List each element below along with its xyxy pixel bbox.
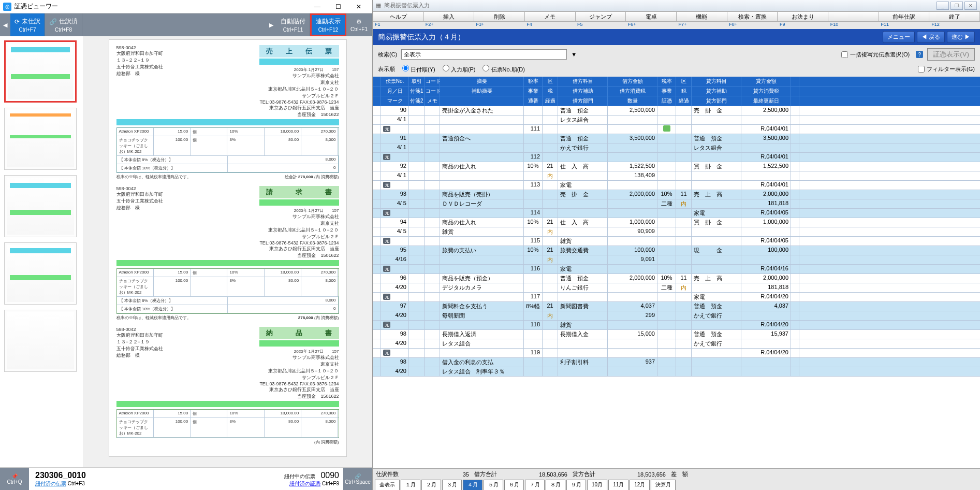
order-input-radio[interactable]: 入力順(P) — [443, 65, 476, 74]
maximize-button[interactable]: ☐ — [328, 1, 348, 13]
month-tab[interactable]: ２月 — [421, 480, 441, 490]
help-icon[interactable]: ? — [916, 51, 923, 58]
table-row[interactable]: 元116家電R.04/04/16 — [373, 265, 980, 274]
table-row[interactable]: 元118雑貨R.04/04/20 — [373, 321, 980, 330]
menu-5[interactable]: 電卓 — [625, 11, 676, 22]
menu-6[interactable]: 機能 — [676, 11, 727, 22]
next-arrow-button[interactable]: ▶ — [266, 13, 276, 36]
table-row[interactable]: 元113家電R.04/04/01 — [373, 181, 980, 190]
menu-0[interactable]: ヘルプ — [373, 11, 423, 22]
menu-9[interactable] — [828, 11, 879, 22]
table-row[interactable]: 92商品の仕入れ10%21仕 入 高1,522,500買 掛 金1,522,50… — [373, 162, 980, 171]
table-row[interactable]: 元112R.04/04/01 — [373, 153, 980, 162]
table-row[interactable]: 元117家電R.04/04/20 — [373, 293, 980, 302]
dropdown-icon[interactable]: ▼ — [571, 51, 577, 57]
table-row[interactable]: 元114家電R.04/04/05 — [373, 209, 980, 218]
table-row[interactable]: 4/ 5ＤＶＤレコーダ二種内181,818 — [373, 199, 980, 209]
table-row[interactable]: 93商品を販売（売掛）売 掛 金2,000,00010%11売 上 高2,000… — [373, 190, 980, 199]
link-icon: 🔗 — [49, 18, 57, 25]
link-display-button[interactable]: 連動表示 Ctrl+F12 — [310, 13, 346, 36]
table-row[interactable]: 4/ 1内138,409 — [373, 171, 980, 181]
thumbnail-3[interactable] — [4, 175, 77, 237]
linked-slip-link[interactable]: 紐付済の伝票 — [35, 481, 66, 486]
month-tab[interactable]: ３月 — [442, 480, 462, 490]
table-row[interactable]: 4/20レタス組合 利率年３％ — [373, 367, 980, 377]
back-button[interactable]: ◀ 戻る — [917, 31, 945, 43]
month-tab[interactable]: 11月 — [608, 480, 628, 490]
linked-evidence-link[interactable]: 紐付済の証憑 — [289, 481, 320, 486]
month-tab[interactable]: ６月 — [504, 480, 524, 490]
menu-3[interactable]: メモ — [524, 11, 575, 22]
entry-restore-button[interactable]: ❐ — [950, 2, 963, 10]
entry-minimize-button[interactable]: _ — [937, 2, 949, 10]
table-row[interactable]: 元115雑貨R.04/04/05 — [373, 237, 980, 246]
table-row[interactable]: 元111R.04/04/01 — [373, 125, 980, 134]
menu-8[interactable]: お決まり — [777, 11, 828, 22]
menu-10[interactable]: 前年仕訳 — [879, 11, 929, 22]
thumbnail-1[interactable] — [4, 40, 77, 103]
thumbnail-2[interactable] — [4, 108, 77, 170]
grid-header-cell: 税 — [676, 87, 692, 96]
fkey-label: F5 — [575, 22, 626, 29]
thumbnail-4[interactable] — [4, 242, 77, 305]
auto-attach-button[interactable]: 自動貼付 Ctrl+F11 — [276, 13, 310, 36]
table-row[interactable]: 97新聞料金を支払う8%軽21新聞図書費4,037普通 預金4,037 — [373, 302, 980, 311]
bulk-copy-checkbox[interactable]: 一括複写元伝票選択(O) — [841, 51, 910, 59]
month-tab[interactable]: ４月 — [463, 480, 482, 490]
document-view[interactable]: 598-0042 大阪府岸和田市加守町 １３−２２−１９ 五十鈴音工業株式会社 … — [83, 36, 372, 467]
evidence-display-button[interactable]: 証憑表示(V) — [927, 48, 975, 61]
table-row[interactable]: 元119R.04/04/20 — [373, 349, 980, 358]
attach-button[interactable]: 🔗 Ctrl+Space — [343, 468, 372, 491]
table-row[interactable]: 4/ 5雑貨内90,909 — [373, 227, 980, 237]
fkey-label: F2+ — [423, 22, 474, 29]
menu-2[interactable]: 削除 — [474, 11, 524, 22]
table-row[interactable]: 95旅費の支払い10%21旅費交通費100,000現 金100,000 — [373, 246, 980, 255]
menu-button[interactable]: メニュー — [883, 31, 915, 43]
grid-body[interactable]: 90売掛金が入金された普通 預金2,500,000売 掛 金2,500,0004… — [373, 106, 980, 468]
month-tab[interactable]: ８月 — [546, 480, 565, 490]
grid-header-cell: コード — [425, 77, 440, 86]
month-tab[interactable]: 12月 — [630, 480, 650, 490]
table-row[interactable]: 4/20毎朝新聞内299かえで銀行 — [373, 311, 980, 321]
finished-button[interactable]: 🔗仕訳済 Ctrl+F8 — [45, 13, 82, 36]
pin-button[interactable]: 📌 Ctrl+Q — [0, 468, 29, 491]
thumbnail-5[interactable] — [4, 310, 77, 372]
order-no-radio[interactable]: 伝票No.順(D) — [482, 65, 524, 74]
search-select[interactable]: 全表示 — [401, 49, 567, 60]
menu-1[interactable]: 挿入 — [423, 11, 474, 22]
table-row[interactable]: 4/ 1レタス組合 — [373, 116, 980, 125]
order-date-radio[interactable]: 日付順(Y) — [402, 65, 435, 74]
unfinished-button[interactable]: ⟳未仕訳 Ctrl+F7 — [10, 13, 45, 36]
table-row[interactable]: 94商品の仕入れ10%21仕 入 高1,000,000買 掛 金1,000,00… — [373, 218, 980, 227]
close-button[interactable]: ✕ — [348, 1, 369, 13]
month-tab[interactable]: ７月 — [525, 480, 545, 490]
entry-close-button[interactable]: ✕ — [964, 2, 977, 10]
prev-arrow-button[interactable]: ◀ — [0, 13, 10, 36]
table-row[interactable]: 91普通預金へ普通 預金3,500,000普通 預金3,500,000 — [373, 134, 980, 143]
grid-header-cell: 区 — [543, 77, 558, 86]
menu-11[interactable]: 終了 — [929, 11, 980, 22]
table-row[interactable]: 4/20レタス組合かえで銀行 — [373, 339, 980, 349]
evidence-viewer-panel: ◎ 証憑ビューワー — ☐ ✕ ◀ ⟳未仕訳 Ctrl+F7 🔗仕訳済 Ctrl… — [0, 0, 373, 490]
minimize-button[interactable]: — — [307, 1, 328, 13]
table-row[interactable]: 96商品を販売（預金）普通 預金2,000,00010%11売 上 高2,000… — [373, 274, 980, 283]
image-number: 230306_0010 — [35, 471, 278, 480]
forward-button[interactable]: 進む ▶ — [947, 31, 975, 43]
table-row[interactable]: 4/ 1かえで銀行レタス組合 — [373, 143, 980, 153]
form-icon: ▦ — [376, 2, 381, 9]
table-row[interactable]: 90売掛金が入金された普通 預金2,500,000売 掛 金2,500,000 — [373, 106, 980, 116]
month-tab[interactable]: １月 — [401, 480, 420, 490]
table-row[interactable]: 98借入金の利息の支払利子割引料937 — [373, 358, 980, 367]
month-tab[interactable]: 全表示 — [375, 480, 400, 490]
menu-4[interactable]: ジャンプ — [575, 11, 626, 22]
help-button[interactable]: ⚙ Ctrl+F1 — [346, 13, 372, 36]
menu-7[interactable]: 検索・置換 — [727, 11, 778, 22]
month-tab[interactable]: 10月 — [587, 480, 607, 490]
month-tab[interactable]: 決算月 — [651, 480, 676, 490]
month-tab[interactable]: ５月 — [484, 480, 503, 490]
month-tab[interactable]: ９月 — [566, 480, 586, 490]
table-row[interactable]: 4/16内9,091 — [373, 255, 980, 265]
table-row[interactable]: 4/20デジタルカメラりんご銀行二種内181,818 — [373, 283, 980, 293]
table-row[interactable]: 98長期借入返済長期借入金15,000普通 預金15,937 — [373, 330, 980, 339]
filter-checkbox[interactable]: フィルター表示(G) — [918, 65, 975, 73]
